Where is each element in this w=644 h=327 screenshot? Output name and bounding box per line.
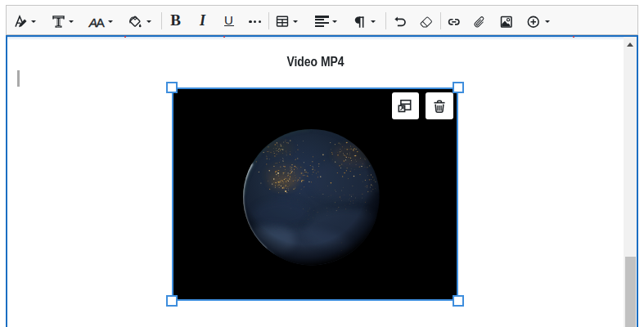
svg-text:A: A [96, 15, 105, 29]
